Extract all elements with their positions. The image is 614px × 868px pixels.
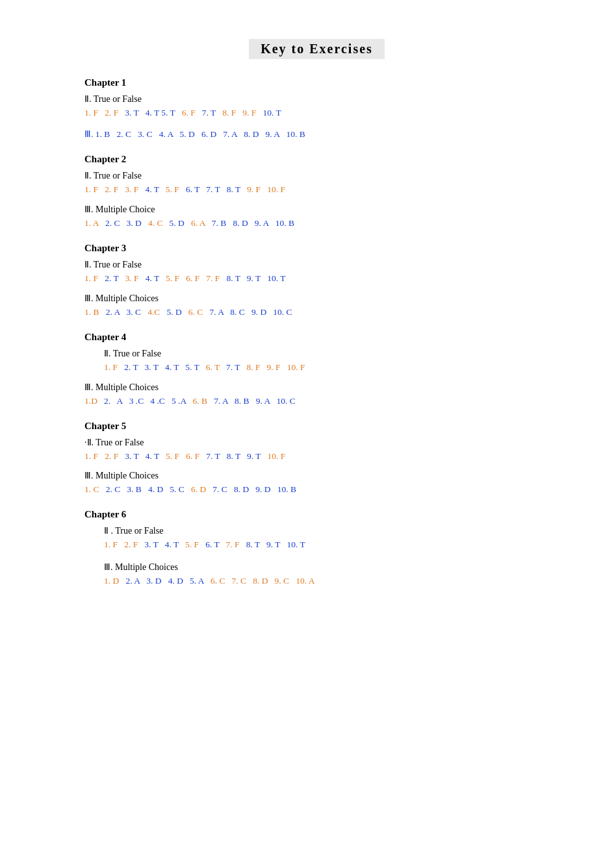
ch6-section2-answers: 1. F 2. F 3. T 4. T 5. F 6. T 7. F 8. T … [84,538,549,552]
ch2-section3-answers: 1. A 2. C 3. D 4. C 5. D 6. A 7. B 8. D … [84,216,549,231]
chapter-4: Chapter 4 Ⅱ. True or False 1. F 2. T 3. … [84,332,549,409]
chapter-4-heading: Chapter 4 [84,332,549,343]
chapter-2-heading: Chapter 2 [84,154,549,165]
chapter-1: Chapter 1 Ⅱ. True or False 1. F 2. F 3. … [84,77,549,142]
chapter-3: Chapter 3 Ⅱ. True or False 1. F 2. T 3. … [84,243,549,320]
chapter-3-heading: Chapter 3 [84,243,549,254]
chapter-2: Chapter 2 Ⅱ. True or False 1. F 2. F 3. … [84,154,549,231]
ch4-section2-answers: 1. F 2. T 3. T 4. T 5. T 6. T 7. T 8. F … [84,360,549,375]
ch3-section2-label: Ⅱ. True or False [84,259,549,270]
ch1-section2-label: Ⅱ. True or False [84,93,549,105]
ch1-section3-answers: Ⅲ. 1. B 2. C 3. C 4. A 5. D 6. D 7. A 8.… [84,127,549,142]
chapter-5-heading: Chapter 5 [84,421,549,432]
chapter-5: Chapter 5 ·Ⅱ. True or False 1. F 2. F 3.… [84,421,549,498]
ch5-section2-answers: 1. F 2. F 3. T 4. T 5. F 6. F 7. T 8. T … [84,449,549,464]
page-title: Key to Exercises [249,39,385,59]
ch4-section3-answers: 1.D 2. A 3 .C 4 .C 5 .A 6. B 7. A 8. B 9… [84,394,549,409]
ch5-section3-answers: 1. C 2. C 3. B 4. D 5. C 6. D 7. C 8. D … [84,482,549,497]
ch4-section3-label: Ⅲ. Multiple Choices [84,382,549,393]
page-title-container: Key to Exercises [84,39,549,59]
ch4-section2-label: Ⅱ. True or False [84,348,549,359]
ch3-section3-label: Ⅲ. Multiple Choices [84,293,549,304]
chapter-1-heading: Chapter 1 [84,77,549,88]
ch6-section3-answers: 1. D 2. A 3. D 4. D 5. A 6. C 7. C 8. D … [84,574,549,589]
ch6-section2-label: Ⅱ . True or False [84,525,549,536]
ch3-section3-answers: 1. B 2. A 3. C 4.C 5. D 6. C 7. A 8. C 9… [84,305,549,320]
chapter-6-heading: Chapter 6 [84,509,549,520]
ch6-section3-label: Ⅲ. Multiple Choices [84,562,549,573]
ch3-section2-answers: 1. F 2. T 3. F 4. T 5. F 6. F 7. F 8. T … [84,271,549,286]
ch5-section3-label: Ⅲ. Multiple Choices [84,470,549,481]
ch1-section2-answers: 1. F 2. F 3. T 4. T 5. T 6. F 7. T 8. F … [84,106,549,121]
ch2-section2-label: Ⅱ. True or False [84,170,549,181]
ch2-section3-label: Ⅲ. Multiple Choice [84,204,549,215]
page: Key to Exercises Chapter 1 Ⅱ. True or Fa… [0,0,614,868]
ch5-section2-label: ·Ⅱ. True or False [84,437,549,448]
chapter-6: Chapter 6 Ⅱ . True or False 1. F 2. F 3.… [84,509,549,589]
ch2-section2-answers: 1. F 2. F 3. F 4. T 5. F 6. T 7. T 8. T … [84,182,549,197]
